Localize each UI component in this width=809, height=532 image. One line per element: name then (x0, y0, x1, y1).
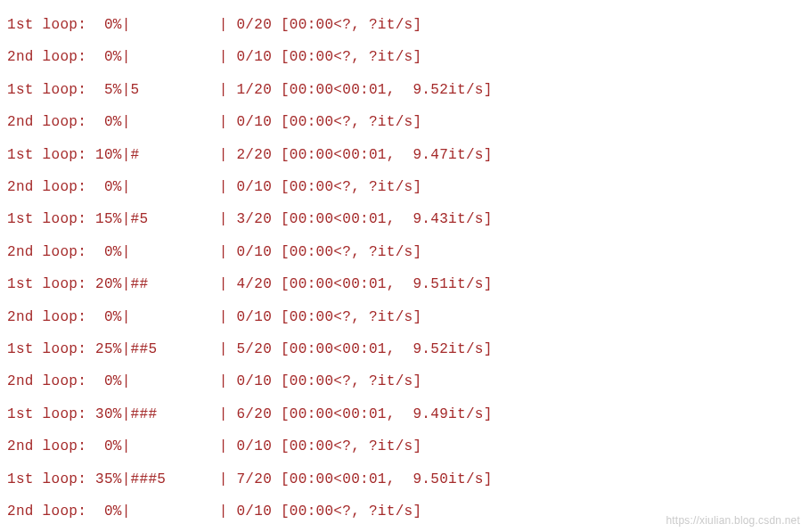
progress-line: 1st loop: 0%| | 0/20 [00:00<?, ?it/s] (7, 9, 802, 41)
progress-line: 1st loop: 35%|###5 | 7/20 [00:00<00:01, … (7, 463, 802, 495)
progress-line: 2nd loop: 0%| | 0/10 [00:00<?, ?it/s] (7, 106, 802, 138)
progress-line: 2nd loop: 0%| | 0/10 [00:00<?, ?it/s] (7, 171, 802, 203)
progress-line: 2nd loop: 0%| | 0/10 [00:00<?, ?it/s] (7, 41, 802, 73)
progress-line: 2nd loop: 0%| | 0/10 [00:00<?, ?it/s] (7, 236, 802, 268)
terminal-output: 1st loop: 0%| | 0/20 [00:00<?, ?it/s]2nd… (7, 9, 802, 528)
progress-line: 2nd loop: 0%| | 0/10 [00:00<?, ?it/s] (7, 430, 802, 462)
progress-line: 2nd loop: 0%| | 0/10 [00:00<?, ?it/s] (7, 301, 802, 333)
progress-line: 1st loop: 25%|##5 | 5/20 [00:00<00:01, 9… (7, 333, 802, 365)
progress-line: 2nd loop: 0%| | 0/10 [00:00<?, ?it/s] (7, 365, 802, 397)
progress-line: 1st loop: 15%|#5 | 3/20 [00:00<00:01, 9.… (7, 203, 802, 235)
progress-line: 1st loop: 20%|## | 4/20 [00:00<00:01, 9.… (7, 268, 802, 300)
progress-line: 1st loop: 5%|5 | 1/20 [00:00<00:01, 9.52… (7, 74, 802, 106)
progress-line: 1st loop: 10%|# | 2/20 [00:00<00:01, 9.4… (7, 139, 802, 171)
watermark-text: https://xiulian.blog.csdn.net (666, 514, 800, 527)
progress-line: 1st loop: 30%|### | 6/20 [00:00<00:01, 9… (7, 398, 802, 430)
